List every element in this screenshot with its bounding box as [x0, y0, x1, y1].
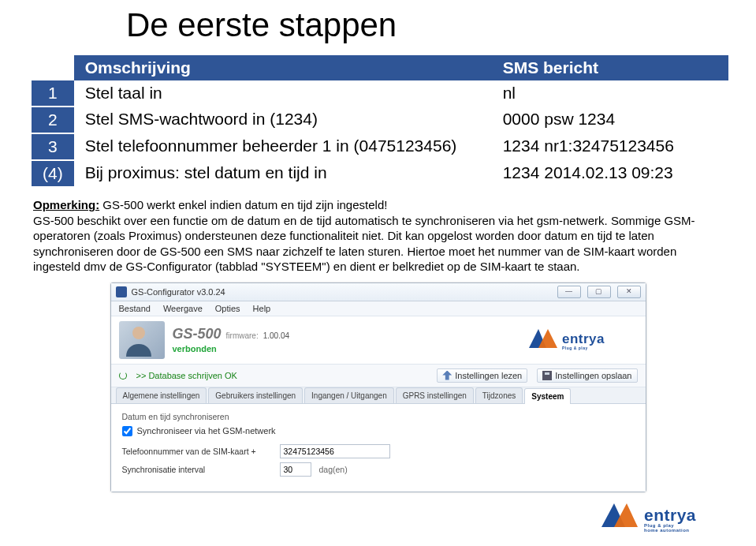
connection-status: verbonden: [173, 344, 290, 353]
row-num: (4): [32, 160, 74, 186]
entrya-logo-footer: entrya Plug & play home automation: [600, 500, 734, 537]
tab-gprs[interactable]: GPRS instellingen: [396, 387, 474, 403]
row-num: 2: [32, 107, 74, 133]
instellingen-lezen-button[interactable]: Instellingen lezen: [437, 368, 527, 383]
minimize-button[interactable]: —: [557, 286, 581, 298]
row-desc: Stel taal in: [74, 80, 492, 107]
row-desc: Bij proximus: stel datum en tijd in: [74, 160, 492, 186]
svg-text:home automation: home automation: [644, 528, 690, 533]
toolbar-status: >> Database schrijven OK: [136, 371, 237, 380]
table-row: (4) Bij proximus: stel datum en tijd in …: [32, 160, 728, 186]
remark-body: GS-500 beschikt over een functie om de d…: [33, 214, 695, 274]
close-button[interactable]: ✕: [617, 286, 641, 298]
app-header: GS-500 firmware: 1.00.04 verbonden entry…: [111, 316, 646, 365]
save-icon: [542, 371, 552, 380]
firmware-label: firmware:: [226, 331, 259, 340]
btn-lezen-label: Instellingen lezen: [455, 371, 522, 380]
instellingen-opslaan-button[interactable]: Instellingen opslaan: [537, 368, 637, 383]
entrya-logo-header: entrya Plug & play: [527, 326, 638, 354]
row-sms: nl: [492, 80, 728, 107]
tab-ingangen[interactable]: Ingangen / Uitgangen: [304, 387, 394, 403]
page-title: De eerste stappen: [0, 0, 756, 55]
tab-systeem[interactable]: Systeem: [524, 388, 571, 404]
firmware-value: 1.00.04: [263, 331, 289, 340]
menu-bar: Bestand Weergave Opties Help: [111, 301, 646, 316]
row-sms: 1234 2014.02.13 09:23: [492, 160, 728, 186]
remark-line1: GS-500 werkt enkel indien datum en tijd …: [102, 198, 387, 211]
remark-block: Opmerking: GS-500 werkt enkel indien dat…: [33, 197, 723, 275]
menu-opties[interactable]: Opties: [215, 304, 240, 313]
remark-label: Opmerking:: [33, 198, 99, 211]
menu-bestand[interactable]: Bestand: [119, 304, 151, 313]
sim-tel-input[interactable]: [280, 444, 390, 458]
svg-text:entrya: entrya: [562, 331, 605, 346]
sim-tel-label: Telefoonnummer van de SIM-kaart +: [122, 447, 272, 456]
brand-name: entrya: [644, 506, 696, 524]
app-title: GS-Configurator v3.0.24: [132, 287, 225, 297]
configurator-window: GS-Configurator v3.0.24 — ▢ ✕ Bestand We…: [110, 282, 646, 492]
table-header-empty: [32, 55, 74, 80]
table-row: 1 Stel taal in nl: [32, 80, 728, 107]
sync-gsm-checkbox[interactable]: [122, 426, 132, 436]
download-icon: [442, 371, 452, 380]
system-tab-panel: Datum en tijd synchroniseren Synchronise…: [111, 404, 646, 492]
table-header-sms: SMS bericht: [492, 55, 728, 80]
tab-tijdzones[interactable]: Tijdzones: [475, 387, 523, 403]
table-header-desc: Omschrijving: [74, 55, 492, 80]
menu-weergave[interactable]: Weergave: [163, 304, 203, 313]
app-toolbar: >> Database schrijven OK Instellingen le…: [111, 365, 646, 387]
row-sms: 0000 psw 1234: [492, 107, 728, 133]
sync-interval-input[interactable]: [280, 462, 311, 477]
row-sms: 1234 nr1:32475123456: [492, 133, 728, 160]
row-num: 3: [32, 133, 74, 160]
sync-gsm-label: Synchroniseer via het GSM-netwerk: [137, 426, 276, 436]
sync-interval-unit: dag(en): [319, 465, 348, 474]
btn-opslaan-label: Instellingen opslaan: [555, 371, 631, 380]
row-desc: Stel telefoonnummer beheerder 1 in (0475…: [74, 133, 492, 160]
sync-interval-label: Synchronisatie interval: [122, 465, 272, 474]
menu-help[interactable]: Help: [253, 304, 271, 313]
svg-text:Plug & play: Plug & play: [562, 346, 588, 350]
tab-strip: Algemene instellingen Gebruikers instell…: [111, 387, 646, 404]
steps-table: Omschrijving SMS bericht 1 Stel taal in …: [32, 55, 728, 186]
window-titlebar: GS-Configurator v3.0.24 — ▢ ✕: [111, 283, 646, 301]
tab-gebruikers[interactable]: Gebruikers instellingen: [208, 387, 303, 403]
avatar: [119, 321, 165, 359]
refresh-icon: [119, 372, 127, 380]
svg-point-0: [132, 327, 145, 339]
row-num: 1: [32, 80, 74, 107]
table-row: 3 Stel telefoonnummer beheerder 1 in (04…: [32, 133, 728, 160]
app-icon: [116, 286, 127, 297]
table-row: 2 Stel SMS-wachtwoord in (1234) 0000 psw…: [32, 107, 728, 133]
product-model: GS-500: [173, 326, 222, 342]
group-title: Datum en tijd synchroniseren: [122, 412, 635, 421]
maximize-button[interactable]: ▢: [587, 286, 611, 298]
tab-algemene[interactable]: Algemene instellingen: [116, 387, 207, 403]
row-desc: Stel SMS-wachtwoord in (1234): [74, 107, 492, 133]
